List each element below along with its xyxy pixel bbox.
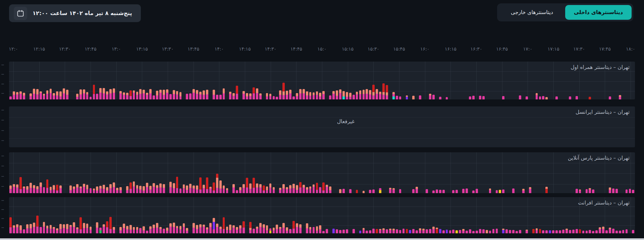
stacked-bar	[322, 231, 325, 233]
plot-area[interactable]	[9, 62, 635, 99]
bar-segment-pink	[256, 187, 258, 193]
stacked-bar	[592, 231, 594, 233]
bar-segment-pink	[426, 189, 428, 193]
bar-segment-pink	[442, 230, 445, 233]
bar-segment-pink	[19, 189, 22, 193]
bar-segment-pink	[253, 93, 255, 99]
bar-segment-pink	[372, 95, 375, 99]
bar-segment-salmon	[432, 227, 435, 229]
bar-segment-purple	[409, 230, 411, 233]
bar-segment-pink	[213, 95, 215, 99]
stacked-bar	[366, 89, 368, 99]
bar-segment-pink	[123, 95, 125, 99]
stacked-bar	[412, 229, 415, 233]
stacked-bar	[602, 227, 604, 233]
bar-segment-pink	[282, 95, 285, 99]
bar-segment-pink	[292, 229, 295, 233]
bar-segment-pink	[139, 228, 142, 233]
bar-segment-pink	[609, 190, 611, 193]
bar-segment-pink	[429, 229, 431, 233]
bar-segment-pink	[236, 190, 238, 193]
chart-row-hamrah-aval[interactable]: تهران – دیتاسنتر همراه اول	[9, 62, 635, 99]
stacked-bar	[609, 228, 611, 233]
bar-segment-pink	[632, 230, 634, 233]
stacked-bar	[243, 221, 245, 234]
bar-segment-pink	[166, 93, 168, 99]
bar-segment-salmon	[96, 222, 98, 228]
plot-area[interactable]	[9, 106, 635, 147]
stacked-bar	[452, 230, 454, 233]
bar-segment-pink	[196, 94, 198, 99]
stacked-bar	[286, 91, 288, 99]
bar-segment-red	[46, 179, 49, 188]
tab-internal-datacenters[interactable]: دیتاسنترهای داخلی	[565, 5, 632, 20]
stacked-bar	[509, 230, 511, 233]
bar-segment-pink	[462, 231, 465, 233]
bar-segment-pink	[582, 231, 585, 233]
date-picker[interactable]: پنج‌شنبه ۸ تیر ماه ۱۴۰۲ ساعت ۱۲:۰۰	[9, 4, 141, 22]
gridline-v	[450, 197, 451, 233]
bar-segment-salmon	[153, 225, 155, 228]
chart-row-irancell[interactable]: تهران – دیتاسنتر ایرانسل غیرفعال	[9, 106, 635, 147]
bar-segment-pink	[306, 189, 308, 193]
bar-segment-salmon	[243, 184, 245, 188]
plot-area[interactable]	[9, 152, 635, 193]
bar-segment-pink	[279, 95, 281, 99]
bar-segment-pink	[13, 228, 15, 233]
gridline-v	[502, 62, 502, 99]
bar-segment-red	[109, 217, 112, 229]
gridline-v	[245, 197, 245, 233]
bar-segment-pink	[23, 95, 25, 99]
stacked-bar	[432, 227, 435, 233]
stacked-bar	[439, 97, 441, 99]
bar-segment-salmon	[66, 90, 68, 95]
bar-segment-salmon	[266, 225, 268, 230]
stacked-bar	[353, 229, 355, 233]
stacked-bar	[436, 228, 438, 233]
stacked-bar	[126, 186, 128, 193]
stacked-bar	[109, 217, 112, 233]
bar-segment-pink	[36, 227, 39, 233]
bar-segment-pink	[363, 94, 365, 99]
bar-segment-pink	[56, 230, 58, 233]
date-label: پنج‌شنبه ۸ تیر ماه ۱۴۰۲ ساعت ۱۲:۰۰	[33, 10, 132, 16]
bar-segment-salmon	[119, 91, 122, 93]
stacked-bar	[99, 186, 102, 193]
bar-segment-salmon	[103, 88, 105, 93]
bar-segment-pink	[13, 95, 15, 99]
y-axis-tick	[1, 65, 4, 65]
y-axis-tick	[1, 130, 4, 131]
tab-external-datacenters[interactable]: دیتاسنترهای خارجی	[499, 5, 565, 20]
stacked-bar	[173, 183, 175, 193]
stacked-bar	[363, 90, 365, 99]
stacked-bar	[592, 189, 594, 193]
bar-segment-pink	[186, 94, 188, 99]
stacked-bar	[356, 92, 358, 99]
bar-segment-salmon	[232, 93, 235, 96]
bar-segment-pink	[50, 190, 52, 193]
bar-segment-pink	[322, 231, 325, 233]
stacked-bar	[246, 93, 248, 99]
bar-segment-salmon	[90, 227, 92, 230]
stacked-bar	[396, 229, 398, 233]
plot-area[interactable]	[9, 197, 635, 233]
stacked-bar	[479, 96, 481, 99]
bar-segment-salmon	[176, 91, 178, 94]
bar-segment-pink	[46, 228, 49, 233]
stacked-bar	[156, 185, 158, 193]
stacked-bar	[46, 226, 49, 233]
stacked-bar	[392, 92, 395, 99]
bar-segment-pink	[303, 93, 305, 99]
bar-segment-salmon	[163, 184, 165, 188]
bar-segment-salmon	[366, 89, 368, 93]
bar-segment-pink	[512, 230, 515, 233]
chart-row-afranet[interactable]: تهران – دیتاسنتر افرانت	[9, 197, 635, 233]
stacked-bar	[363, 191, 365, 193]
bar-segment-pink	[589, 230, 591, 233]
bar-segment-pink	[106, 94, 108, 99]
stacked-bar	[276, 225, 278, 233]
bottom-edge-strip	[0, 238, 644, 240]
chart-row-pars-online[interactable]: تهران – دیتاسنتر پارس آنلاین	[9, 152, 635, 193]
bar-segment-pink	[96, 228, 98, 233]
stacked-bar	[322, 182, 325, 193]
